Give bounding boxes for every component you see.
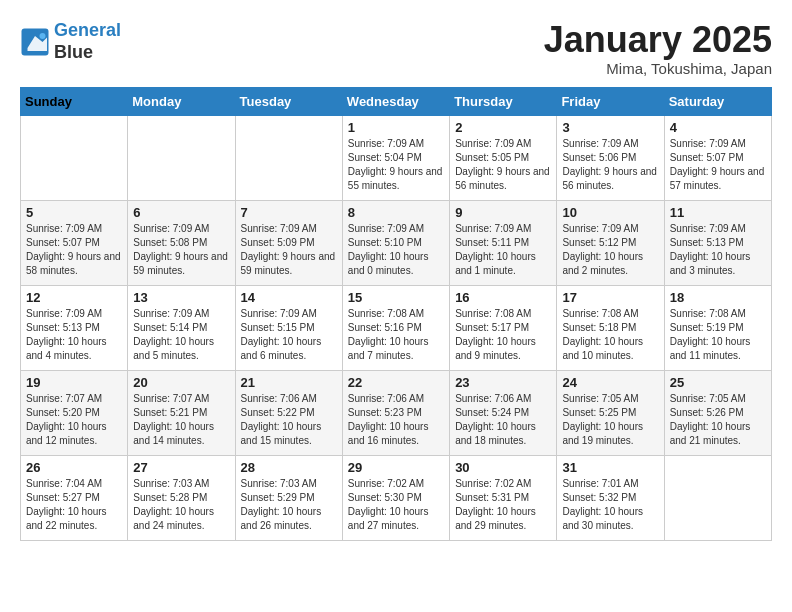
- day-number: 15: [348, 290, 444, 305]
- day-info: Sunrise: 7:04 AM Sunset: 5:27 PM Dayligh…: [26, 477, 122, 533]
- location: Mima, Tokushima, Japan: [544, 60, 772, 77]
- calendar-cell: 16Sunrise: 7:08 AM Sunset: 5:17 PM Dayli…: [450, 285, 557, 370]
- calendar-header-row: SundayMondayTuesdayWednesdayThursdayFrid…: [21, 87, 772, 115]
- day-number: 27: [133, 460, 229, 475]
- calendar-cell: 22Sunrise: 7:06 AM Sunset: 5:23 PM Dayli…: [342, 370, 449, 455]
- calendar-cell: [235, 115, 342, 200]
- logo: General Blue: [20, 20, 121, 63]
- logo-text: General Blue: [54, 20, 121, 63]
- calendar-cell: 14Sunrise: 7:09 AM Sunset: 5:15 PM Dayli…: [235, 285, 342, 370]
- day-number: 18: [670, 290, 766, 305]
- day-number: 7: [241, 205, 337, 220]
- day-info: Sunrise: 7:09 AM Sunset: 5:04 PM Dayligh…: [348, 137, 444, 193]
- day-number: 28: [241, 460, 337, 475]
- calendar-cell: 15Sunrise: 7:08 AM Sunset: 5:16 PM Dayli…: [342, 285, 449, 370]
- day-info: Sunrise: 7:09 AM Sunset: 5:10 PM Dayligh…: [348, 222, 444, 278]
- calendar-cell: 26Sunrise: 7:04 AM Sunset: 5:27 PM Dayli…: [21, 455, 128, 540]
- day-info: Sunrise: 7:08 AM Sunset: 5:17 PM Dayligh…: [455, 307, 551, 363]
- day-info: Sunrise: 7:09 AM Sunset: 5:08 PM Dayligh…: [133, 222, 229, 278]
- day-number: 6: [133, 205, 229, 220]
- weekday-header-sunday: Sunday: [21, 87, 128, 115]
- day-number: 24: [562, 375, 658, 390]
- day-number: 10: [562, 205, 658, 220]
- day-number: 25: [670, 375, 766, 390]
- weekday-header-wednesday: Wednesday: [342, 87, 449, 115]
- day-number: 29: [348, 460, 444, 475]
- day-number: 9: [455, 205, 551, 220]
- calendar-week-row: 26Sunrise: 7:04 AM Sunset: 5:27 PM Dayli…: [21, 455, 772, 540]
- calendar-cell: 8Sunrise: 7:09 AM Sunset: 5:10 PM Daylig…: [342, 200, 449, 285]
- day-info: Sunrise: 7:09 AM Sunset: 5:11 PM Dayligh…: [455, 222, 551, 278]
- day-info: Sunrise: 7:05 AM Sunset: 5:26 PM Dayligh…: [670, 392, 766, 448]
- calendar-week-row: 19Sunrise: 7:07 AM Sunset: 5:20 PM Dayli…: [21, 370, 772, 455]
- day-info: Sunrise: 7:03 AM Sunset: 5:28 PM Dayligh…: [133, 477, 229, 533]
- day-info: Sunrise: 7:09 AM Sunset: 5:15 PM Dayligh…: [241, 307, 337, 363]
- day-number: 19: [26, 375, 122, 390]
- calendar-cell: 20Sunrise: 7:07 AM Sunset: 5:21 PM Dayli…: [128, 370, 235, 455]
- day-number: 4: [670, 120, 766, 135]
- page-header: General Blue January 2025 Mima, Tokushim…: [20, 20, 772, 77]
- calendar-cell: 4Sunrise: 7:09 AM Sunset: 5:07 PM Daylig…: [664, 115, 771, 200]
- logo-line2: Blue: [54, 42, 121, 64]
- calendar-cell: 9Sunrise: 7:09 AM Sunset: 5:11 PM Daylig…: [450, 200, 557, 285]
- day-number: 30: [455, 460, 551, 475]
- calendar-cell: [664, 455, 771, 540]
- weekday-header-thursday: Thursday: [450, 87, 557, 115]
- calendar-cell: 11Sunrise: 7:09 AM Sunset: 5:13 PM Dayli…: [664, 200, 771, 285]
- weekday-header-tuesday: Tuesday: [235, 87, 342, 115]
- calendar-cell: 13Sunrise: 7:09 AM Sunset: 5:14 PM Dayli…: [128, 285, 235, 370]
- day-info: Sunrise: 7:01 AM Sunset: 5:32 PM Dayligh…: [562, 477, 658, 533]
- day-info: Sunrise: 7:09 AM Sunset: 5:09 PM Dayligh…: [241, 222, 337, 278]
- calendar-cell: 25Sunrise: 7:05 AM Sunset: 5:26 PM Dayli…: [664, 370, 771, 455]
- day-info: Sunrise: 7:02 AM Sunset: 5:30 PM Dayligh…: [348, 477, 444, 533]
- day-info: Sunrise: 7:09 AM Sunset: 5:07 PM Dayligh…: [26, 222, 122, 278]
- day-number: 8: [348, 205, 444, 220]
- day-info: Sunrise: 7:09 AM Sunset: 5:06 PM Dayligh…: [562, 137, 658, 193]
- day-info: Sunrise: 7:03 AM Sunset: 5:29 PM Dayligh…: [241, 477, 337, 533]
- day-info: Sunrise: 7:08 AM Sunset: 5:19 PM Dayligh…: [670, 307, 766, 363]
- calendar-cell: 10Sunrise: 7:09 AM Sunset: 5:12 PM Dayli…: [557, 200, 664, 285]
- day-info: Sunrise: 7:09 AM Sunset: 5:13 PM Dayligh…: [670, 222, 766, 278]
- calendar-cell: 21Sunrise: 7:06 AM Sunset: 5:22 PM Dayli…: [235, 370, 342, 455]
- day-info: Sunrise: 7:06 AM Sunset: 5:24 PM Dayligh…: [455, 392, 551, 448]
- weekday-header-monday: Monday: [128, 87, 235, 115]
- day-number: 2: [455, 120, 551, 135]
- day-number: 1: [348, 120, 444, 135]
- calendar-cell: [128, 115, 235, 200]
- day-info: Sunrise: 7:07 AM Sunset: 5:21 PM Dayligh…: [133, 392, 229, 448]
- day-number: 12: [26, 290, 122, 305]
- calendar-cell: [21, 115, 128, 200]
- calendar-cell: 3Sunrise: 7:09 AM Sunset: 5:06 PM Daylig…: [557, 115, 664, 200]
- day-number: 20: [133, 375, 229, 390]
- calendar-cell: 1Sunrise: 7:09 AM Sunset: 5:04 PM Daylig…: [342, 115, 449, 200]
- logo-icon: [20, 27, 50, 57]
- calendar-table: SundayMondayTuesdayWednesdayThursdayFrid…: [20, 87, 772, 541]
- day-info: Sunrise: 7:06 AM Sunset: 5:22 PM Dayligh…: [241, 392, 337, 448]
- weekday-header-saturday: Saturday: [664, 87, 771, 115]
- calendar-cell: 30Sunrise: 7:02 AM Sunset: 5:31 PM Dayli…: [450, 455, 557, 540]
- day-number: 3: [562, 120, 658, 135]
- calendar-cell: 12Sunrise: 7:09 AM Sunset: 5:13 PM Dayli…: [21, 285, 128, 370]
- day-info: Sunrise: 7:06 AM Sunset: 5:23 PM Dayligh…: [348, 392, 444, 448]
- calendar-cell: 24Sunrise: 7:05 AM Sunset: 5:25 PM Dayli…: [557, 370, 664, 455]
- calendar-cell: 18Sunrise: 7:08 AM Sunset: 5:19 PM Dayli…: [664, 285, 771, 370]
- calendar-cell: 6Sunrise: 7:09 AM Sunset: 5:08 PM Daylig…: [128, 200, 235, 285]
- day-number: 23: [455, 375, 551, 390]
- svg-point-2: [40, 33, 46, 39]
- calendar-week-row: 12Sunrise: 7:09 AM Sunset: 5:13 PM Dayli…: [21, 285, 772, 370]
- day-number: 13: [133, 290, 229, 305]
- day-info: Sunrise: 7:09 AM Sunset: 5:07 PM Dayligh…: [670, 137, 766, 193]
- calendar-cell: 27Sunrise: 7:03 AM Sunset: 5:28 PM Dayli…: [128, 455, 235, 540]
- weekday-header-friday: Friday: [557, 87, 664, 115]
- day-info: Sunrise: 7:08 AM Sunset: 5:16 PM Dayligh…: [348, 307, 444, 363]
- calendar-cell: 17Sunrise: 7:08 AM Sunset: 5:18 PM Dayli…: [557, 285, 664, 370]
- day-info: Sunrise: 7:09 AM Sunset: 5:13 PM Dayligh…: [26, 307, 122, 363]
- day-number: 14: [241, 290, 337, 305]
- day-number: 22: [348, 375, 444, 390]
- calendar-cell: 7Sunrise: 7:09 AM Sunset: 5:09 PM Daylig…: [235, 200, 342, 285]
- calendar-cell: 2Sunrise: 7:09 AM Sunset: 5:05 PM Daylig…: [450, 115, 557, 200]
- day-number: 5: [26, 205, 122, 220]
- day-info: Sunrise: 7:07 AM Sunset: 5:20 PM Dayligh…: [26, 392, 122, 448]
- calendar-cell: 29Sunrise: 7:02 AM Sunset: 5:30 PM Dayli…: [342, 455, 449, 540]
- day-info: Sunrise: 7:09 AM Sunset: 5:05 PM Dayligh…: [455, 137, 551, 193]
